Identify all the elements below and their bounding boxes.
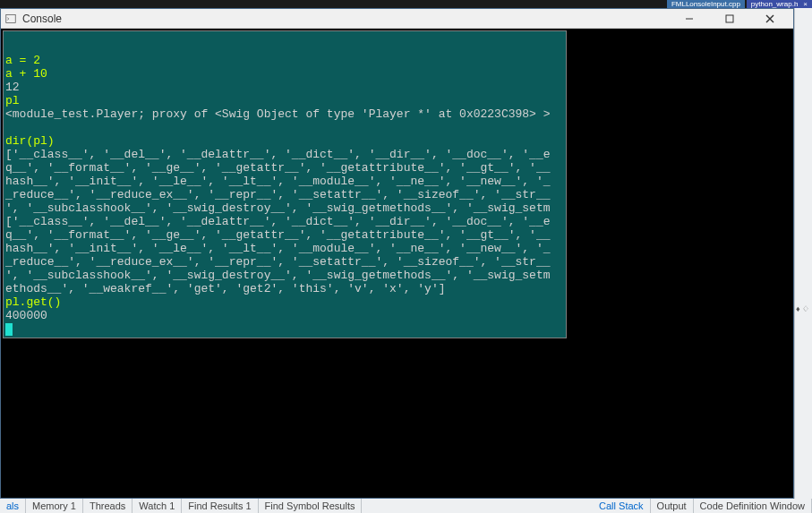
cursor: [5, 323, 13, 336]
bottom-tab[interactable]: Watch 1: [132, 499, 182, 513]
console-input-line: a = 2: [5, 54, 564, 67]
file-tab[interactable]: python_wrap.h ×: [747, 0, 812, 8]
console-output-line: [5, 121, 564, 134]
bottom-tab[interactable]: als: [0, 499, 26, 513]
file-tab[interactable]: FMLLonsoleInput.cpp: [667, 0, 745, 8]
console-icon: [4, 13, 17, 25]
console-output[interactable]: a = 2a + 1012pl<module_test.Player; prox…: [3, 30, 567, 338]
bottom-tab[interactable]: Output: [651, 499, 694, 513]
right-sidebar: ♦ ♢ Lar: [794, 8, 812, 499]
minimize-button[interactable]: [669, 9, 709, 29]
console-body: a = 2a + 1012pl<module_test.Player; prox…: [1, 29, 793, 498]
minimize-icon: [685, 14, 694, 23]
svg-rect-2: [726, 15, 733, 22]
console-output-line: hash__', '__init__', '__le__', '__lt__',…: [5, 242, 564, 255]
console-window: Console a = 2a + 1012pl<module_test.Play…: [0, 8, 794, 499]
bottom-tab[interactable]: Memory 1: [26, 499, 83, 513]
console-output-line: _reduce__', '__reduce_ex__', '__repr__',…: [5, 188, 564, 201]
console-output-line: _reduce__', '__reduce_ex__', '__repr__',…: [5, 255, 564, 269]
console-output-line: ', '__subclasshook__', '__swig_destroy__…: [5, 269, 564, 282]
console-output-line: q__', '__format__', '__ge__', '__getattr…: [5, 161, 564, 175]
bottom-tab-bar: als Memory 1 Threads Watch 1 Find Result…: [0, 499, 812, 513]
file-tab-label: FMLLonsoleInput.cpp: [671, 0, 740, 8]
close-icon: [765, 14, 774, 23]
console-input-line: pl.get(): [5, 295, 564, 309]
console-input-line: dir(pl): [5, 134, 564, 148]
file-tab-label: python_wrap.h: [751, 0, 798, 8]
bottom-tab[interactable]: Find Symbol Results: [259, 499, 363, 513]
console-output-line: ', '__subclasshook__', '__swig_destroy__…: [5, 201, 564, 215]
close-button[interactable]: [749, 9, 790, 29]
console-output-line: ['__class__', '__del__', '__delattr__', …: [5, 215, 564, 228]
console-output-line: q__', '__format__', '__ge__', '__getattr…: [5, 228, 564, 242]
console-output-line: <module_test.Player; proxy of <Swig Obje…: [5, 107, 564, 121]
ide-top-bar: FMLLonsoleInput.cpp python_wrap.h ×: [0, 0, 812, 8]
title-bar[interactable]: Console: [1, 9, 793, 29]
console-output-line: ethods__', '__weakref__', 'get', 'get2',…: [5, 282, 564, 295]
file-tab-row: FMLLonsoleInput.cpp python_wrap.h ×: [667, 0, 812, 8]
console-input-line: a + 10: [5, 67, 564, 81]
console-output-line: ['__class__', '__del__', '__delattr__', …: [5, 148, 564, 161]
right-sidebar-indicator: ♦ ♢: [795, 304, 812, 314]
bottom-tab[interactable]: Threads: [83, 499, 132, 513]
window-title: Console: [22, 13, 669, 25]
maximize-icon: [725, 14, 734, 23]
bottom-tab[interactable]: Call Stack: [593, 499, 651, 513]
close-icon[interactable]: ×: [803, 0, 808, 8]
svg-rect-0: [6, 14, 16, 22]
console-input-line: pl: [5, 94, 564, 107]
console-output-line: 400000: [5, 309, 564, 322]
window-controls: [669, 9, 790, 29]
console-cursor-line: [5, 322, 564, 336]
bottom-tab[interactable]: Code Definition Window: [694, 499, 812, 513]
bottom-tab[interactable]: Find Results 1: [182, 499, 258, 513]
maximize-button[interactable]: [709, 9, 749, 29]
console-output-line: hash__', '__init__', '__le__', '__lt__',…: [5, 175, 564, 188]
console-output-line: 12: [5, 81, 564, 94]
console-output-line: [5, 40, 564, 54]
